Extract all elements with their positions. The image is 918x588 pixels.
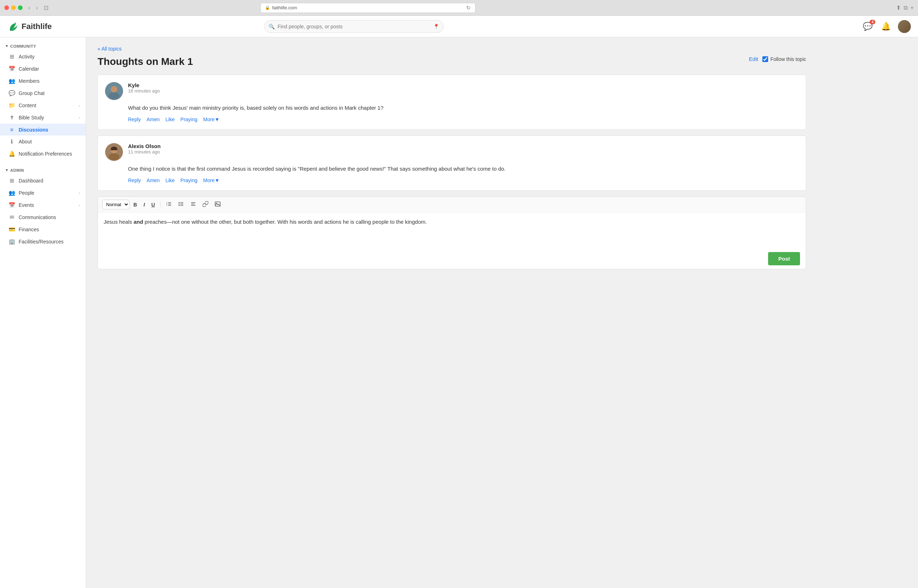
close-button[interactable]: [4, 5, 9, 10]
new-tab-button[interactable]: +: [910, 4, 914, 11]
location-icon[interactable]: 📍: [433, 24, 439, 29]
editor-toolbar: Normal B I U 1.2.3.: [98, 197, 806, 213]
sidebar-item-communications[interactable]: ✉ Communications: [0, 211, 86, 223]
svg-point-3: [111, 86, 117, 92]
comment-time-alexis: 11 minutes ago: [128, 149, 161, 155]
chevron-down-icon: ▾: [6, 168, 8, 173]
back-to-topics-link[interactable]: « All topics: [97, 46, 121, 52]
share-button[interactable]: ⬆: [896, 4, 901, 11]
svg-point-18: [179, 204, 179, 205]
follow-topic-checkbox[interactable]: [762, 56, 768, 62]
refresh-button[interactable]: ↻: [466, 5, 471, 11]
sidebar-item-activity[interactable]: ⊞ Activity: [0, 50, 86, 63]
image-button[interactable]: [212, 200, 223, 209]
sidebar-item-label: Members: [19, 78, 39, 84]
praying-link-alexis[interactable]: Praying: [180, 178, 197, 183]
url-text: faithlife.com: [272, 5, 297, 10]
sidebar-item-finances[interactable]: 💳 Finances: [0, 223, 86, 236]
sidebar-toggle-button[interactable]: ⊡: [44, 4, 48, 11]
avatar-kyle: [105, 82, 123, 100]
back-button[interactable]: ‹: [26, 4, 32, 12]
search-bar: 🔍 📍: [264, 20, 444, 33]
address-bar: 🔒 faithlife.com ↻: [260, 3, 475, 13]
comment-meta-alexis: Alexis Olson 11 minutes ago: [128, 143, 161, 155]
align-button[interactable]: [188, 200, 199, 209]
sidebar-item-label: Discussions: [19, 127, 48, 132]
more-link-kyle[interactable]: More▼: [203, 116, 220, 122]
avatar-image: [898, 20, 911, 33]
editor-text-bold: and: [133, 219, 143, 225]
reply-link-kyle[interactable]: Reply: [128, 116, 141, 122]
sidebar-item-notification-preferences[interactable]: 🔔 Notification Preferences: [0, 148, 86, 160]
chat-icon: 💬: [9, 90, 15, 97]
sidebar-item-label: Communications: [19, 215, 56, 220]
sidebar-item-bible-study[interactable]: ✝ Bible Study ›: [0, 111, 86, 124]
user-avatar[interactable]: [898, 20, 911, 33]
sidebar-item-label: Facilities/Resources: [19, 239, 63, 244]
link-button[interactable]: [200, 200, 211, 209]
like-link-kyle[interactable]: Like: [165, 116, 175, 122]
forward-button[interactable]: ›: [34, 4, 40, 12]
sidebar-item-events[interactable]: 📅 Events ›: [0, 199, 86, 211]
comment-actions-kyle: Reply Amen Like Praying More▼: [105, 116, 798, 122]
comment-card-kyle: Kyle 16 minutes ago What do you think Je…: [97, 74, 806, 130]
praying-link-kyle[interactable]: Praying: [180, 116, 197, 122]
events-icon: 📅: [9, 202, 15, 208]
sidebar-item-members[interactable]: 👥 Members: [0, 75, 86, 87]
amen-link-kyle[interactable]: Amen: [147, 116, 160, 122]
sidebar-item-content[interactable]: 📁 Content ›: [0, 99, 86, 111]
comment-author-alexis: Alexis Olson: [128, 143, 161, 149]
follow-topic-label[interactable]: Follow this topic: [762, 56, 806, 62]
top-nav: Faithlife 🔍 📍 💬 4 🔔: [0, 16, 918, 37]
discussions-icon: ≡: [9, 126, 15, 132]
comment-body-kyle: What do you think Jesus' main ministry p…: [105, 103, 798, 112]
sidebar-item-dashboard[interactable]: ⊞ Dashboard: [0, 174, 86, 187]
main-area: ▾ COMMUNITY ⊞ Activity 📅 Calendar 👥 Memb…: [0, 37, 918, 588]
maximize-button[interactable]: [18, 5, 23, 10]
alexis-avatar-svg: [105, 143, 123, 161]
faithlife-logo-icon: [7, 21, 19, 32]
community-section-header[interactable]: ▾ COMMUNITY: [0, 42, 86, 50]
sidebar-item-facilities-resources[interactable]: 🏢 Facilities/Resources: [0, 236, 86, 248]
amen-link-alexis[interactable]: Amen: [147, 178, 160, 183]
svg-point-6: [109, 153, 120, 160]
messages-button[interactable]: 💬 4: [861, 21, 874, 32]
fullscreen-button[interactable]: ⧉: [903, 4, 908, 11]
ordered-list-button[interactable]: 1.2.3.: [163, 200, 174, 209]
link-icon: [203, 201, 208, 207]
sidebar-item-calendar[interactable]: 📅 Calendar: [0, 63, 86, 75]
sidebar-item-label: Events: [19, 202, 34, 208]
comment-actions-alexis: Reply Amen Like Praying More▼: [105, 178, 798, 183]
search-icon: 🔍: [268, 24, 275, 29]
sidebar-item-people[interactable]: 👥 People ›: [0, 187, 86, 199]
post-button[interactable]: Post: [768, 252, 800, 265]
sidebar-item-discussions[interactable]: ≡ Discussions: [0, 124, 86, 136]
edit-link[interactable]: Edit: [749, 56, 758, 62]
italic-button[interactable]: I: [141, 200, 147, 209]
minimize-button[interactable]: [11, 5, 16, 10]
format-select[interactable]: Normal: [102, 200, 129, 209]
comment-body-alexis: One thing I notice is that the first com…: [105, 165, 798, 173]
unordered-list-button[interactable]: [176, 200, 186, 209]
sidebar-divider: [0, 160, 86, 166]
sidebar-item-group-chat[interactable]: 💬 Group Chat: [0, 87, 86, 99]
editor-content[interactable]: Jesus heals and preaches—not one without…: [98, 213, 806, 249]
sidebar-item-about[interactable]: ℹ About: [0, 136, 86, 148]
reply-editor: Normal B I U 1.2.3.: [97, 197, 806, 269]
like-link-alexis[interactable]: Like: [165, 178, 175, 183]
editor-text-pre: Jesus heals: [103, 219, 133, 225]
search-input[interactable]: [264, 20, 444, 33]
admin-section-header[interactable]: ▾ ADMIN: [0, 166, 86, 174]
bold-button[interactable]: B: [131, 200, 139, 209]
more-link-alexis[interactable]: More▼: [203, 178, 220, 183]
sidebar-item-label: About: [19, 139, 32, 144]
underline-button[interactable]: U: [149, 200, 157, 209]
reply-link-alexis[interactable]: Reply: [128, 178, 141, 183]
nav-buttons: ‹ ›: [26, 4, 40, 12]
app-wrapper: Faithlife 🔍 📍 💬 4 🔔 ▾ COMMUNITY: [0, 16, 918, 588]
lock-icon: 🔒: [265, 5, 270, 10]
alerts-button[interactable]: 🔔: [880, 21, 892, 32]
grid-icon: ⊞: [9, 53, 15, 60]
logo[interactable]: Faithlife: [7, 21, 52, 32]
sidebar-item-label: Calendar: [19, 66, 39, 72]
